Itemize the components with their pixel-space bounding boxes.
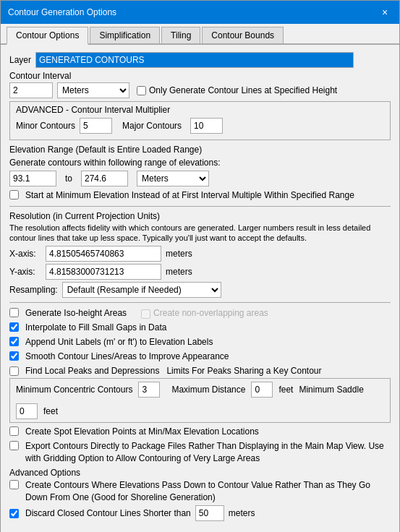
layer-input[interactable] <box>35 52 354 68</box>
only-generate-label: Only Generate Contour Lines at Specified… <box>149 85 337 95</box>
create-contours-where-label: Create Contours Where Elevations Pass Do… <box>25 479 391 504</box>
tab-tiling[interactable]: Tiling <box>161 27 200 43</box>
resampling-row: Resampling: Default (Resample if Needed)… <box>9 282 391 298</box>
tab-contour-options[interactable]: Contour Options <box>7 27 88 45</box>
major-contours-label: Major Contours <box>122 121 182 131</box>
smooth-row[interactable]: Smooth Contour Lines/Areas to Improve Ap… <box>9 351 391 363</box>
elevation-unit-select[interactable]: Meters Feet <box>137 171 209 186</box>
elevation-to-label: to <box>65 173 72 184</box>
content-area: Layer Contour Interval Meters Feet Only … <box>1 45 399 529</box>
create-contours-where-row[interactable]: Create Contours Where Elevations Pass Do… <box>9 479 391 504</box>
only-generate-checkbox-row[interactable]: Only Generate Contour Lines at Specified… <box>137 85 337 95</box>
find-peaks-checkbox[interactable] <box>9 366 19 376</box>
major-contours-input[interactable] <box>190 118 223 134</box>
dialog-contour-generation: Contour Generation Options × Contour Opt… <box>0 0 400 532</box>
discard-closed-checkbox[interactable] <box>9 509 19 518</box>
multiplier-row: Minor Contours Major Contours <box>16 118 384 134</box>
max-distance-label: Maximum Distance <box>171 385 245 395</box>
tab-bar: Contour Options Simplification Tiling Co… <box>1 24 399 45</box>
find-peaks-row[interactable]: Find Local Peaks and Depressions <box>9 365 159 377</box>
create-spot-row[interactable]: Create Spot Elevation Points at Min/Max … <box>9 426 391 438</box>
create-nonoverlap-checkbox <box>141 309 150 319</box>
peaks-inner-box: Minimum Concentric Contours Maximum Dist… <box>9 378 391 423</box>
y-axis-input[interactable] <box>46 264 161 280</box>
discard-closed-label: Discard Closed Contour Lines Shorter tha… <box>25 507 191 520</box>
y-axis-label: Y-axis: <box>9 267 46 277</box>
append-unit-label: Append Unit Labels (m' or ft') to Elevat… <box>25 336 213 348</box>
resampling-select[interactable]: Default (Resample if Needed) Always Resa… <box>62 282 221 298</box>
smooth-label: Smooth Contour Lines/Areas to Improve Ap… <box>25 351 229 363</box>
resolution-desc: The resolution affects fidelity with whi… <box>9 223 391 244</box>
export-contours-row[interactable]: Export Contours Directly to Package File… <box>9 440 391 465</box>
title-bar: Contour Generation Options × <box>1 1 399 24</box>
contour-interval-row: Meters Feet Only Generate Contour Lines … <box>9 82 391 98</box>
append-unit-checkbox[interactable] <box>9 337 19 346</box>
x-axis-row: X-axis: meters <box>9 246 391 262</box>
min-concentric-input[interactable] <box>138 382 160 398</box>
y-axis-unit: meters <box>166 267 192 277</box>
create-contours-where-checkbox[interactable] <box>9 480 19 489</box>
limits-label: Limits For Peaks Sharing a Key Contour <box>166 366 321 376</box>
max-distance-input[interactable] <box>251 382 273 398</box>
generate-iso-checkbox[interactable] <box>9 308 19 317</box>
discard-closed-unit: meters <box>229 508 255 518</box>
generate-contours-label: Generate contours within following range… <box>9 158 391 168</box>
close-button[interactable]: × <box>378 5 392 20</box>
min-saddle-label: Minimum Saddle <box>299 385 363 395</box>
resampling-label: Resampling: <box>9 285 58 295</box>
min-saddle-unit: feet <box>43 406 58 416</box>
elevation-range-row: to Meters Feet <box>9 171 391 186</box>
contour-interval-input[interactable] <box>9 82 53 98</box>
generate-iso-label: Generate Iso-height Areas <box>25 307 127 319</box>
start-minimum-row[interactable]: Start at Minimum Elevation Instead of at… <box>9 189 391 202</box>
resolution-title: Resolution (in Current Projection Units) <box>9 211 391 221</box>
append-unit-row[interactable]: Append Unit Labels (m' or ft') to Elevat… <box>9 336 391 348</box>
start-minimum-checkbox[interactable] <box>9 190 19 200</box>
export-contours-checkbox[interactable] <box>9 441 19 450</box>
elevation-from-input[interactable] <box>9 171 56 186</box>
discard-closed-input[interactable] <box>195 505 224 521</box>
min-concentric-label: Minimum Concentric Contours <box>16 385 132 395</box>
contour-interval-unit-select[interactable]: Meters Feet <box>57 82 129 98</box>
minor-contours-input[interactable] <box>80 118 112 134</box>
layer-row: Layer <box>9 52 391 68</box>
minor-contours-label: Minor Contours <box>16 121 75 131</box>
x-axis-input[interactable] <box>46 246 161 262</box>
interpolate-label: Interpolate to Fill Small Gaps in Data <box>25 322 166 334</box>
elevation-to-input[interactable] <box>81 171 128 186</box>
min-saddle-input[interactable] <box>16 403 38 419</box>
interpolate-row[interactable]: Interpolate to Fill Small Gaps in Data <box>9 322 391 334</box>
max-distance-unit: feet <box>278 385 293 395</box>
find-peaks-label: Find Local Peaks and Depressions <box>25 365 159 377</box>
contour-interval-label: Contour Interval <box>9 71 391 81</box>
x-axis-unit: meters <box>166 249 192 259</box>
layer-label: Layer <box>9 55 31 65</box>
resolution-section: Resolution (in Current Projection Units)… <box>9 211 391 299</box>
export-contours-label: Export Contours Directly to Package File… <box>25 440 391 465</box>
interpolate-checkbox[interactable] <box>9 322 19 332</box>
advanced-title: ADVANCED - Contour Interval Multiplier <box>16 105 384 115</box>
only-generate-checkbox[interactable] <box>137 86 146 95</box>
create-nonoverlap-label: Create non-overlapping areas <box>153 307 268 319</box>
y-axis-row: Y-axis: meters <box>9 264 391 280</box>
tab-simplification[interactable]: Simplification <box>90 27 160 43</box>
dialog-title: Contour Generation Options <box>8 7 116 17</box>
advanced-box: ADVANCED - Contour Interval Multiplier M… <box>9 101 391 140</box>
create-spot-checkbox[interactable] <box>9 426 19 436</box>
generate-iso-row[interactable]: Generate Iso-height Areas Create non-ove… <box>9 307 391 319</box>
create-spot-label: Create Spot Elevation Points at Min/Max … <box>25 426 259 438</box>
discard-closed-row[interactable]: Discard Closed Contour Lines Shorter tha… <box>9 505 391 521</box>
advanced-options-title: Advanced Options <box>9 468 391 478</box>
start-minimum-label: Start at Minimum Elevation Instead of at… <box>25 189 354 202</box>
x-axis-label: X-axis: <box>9 249 46 259</box>
tab-contour-bounds[interactable]: Contour Bounds <box>202 27 284 43</box>
smooth-checkbox[interactable] <box>9 351 19 361</box>
elevation-range-title: Elevation Range (Default is Entire Loade… <box>9 145 391 155</box>
